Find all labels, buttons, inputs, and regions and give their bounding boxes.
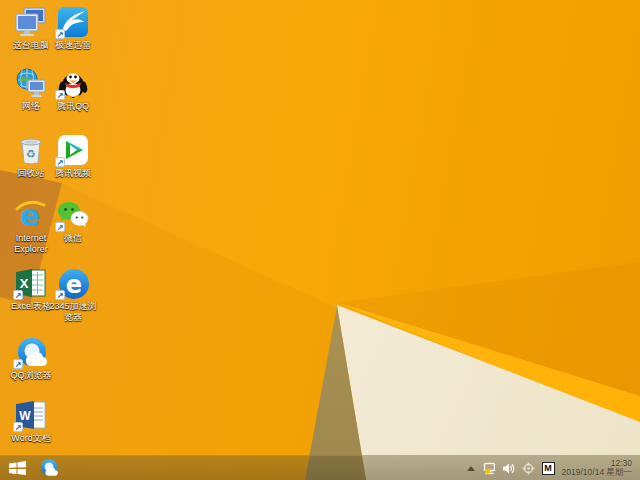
icon-label: 腾讯QQ: [43, 101, 103, 112]
desktop-icon-thunder-speed[interactable]: ↗ 极速迅雷: [43, 6, 103, 51]
thunder-bird-icon: ↗: [57, 6, 89, 38]
icon-label: Word文档: [1, 433, 61, 444]
qq-browser-icon: ↗: [15, 336, 47, 368]
word-icon: W ↗: [15, 399, 47, 431]
taskbar: ✱ M 12:30 2019/10/14: [0, 455, 640, 480]
chevron-up-icon: [467, 466, 475, 471]
show-hidden-icons-button[interactable]: [467, 466, 475, 471]
safety-target-icon[interactable]: [522, 462, 535, 475]
svg-text:♻: ♻: [26, 148, 36, 160]
tencent-video-icon: ↗: [57, 134, 89, 166]
icon-label: 微信: [43, 233, 103, 244]
shortcut-arrow-icon: ↗: [55, 90, 65, 100]
ime-label: M: [542, 462, 555, 475]
taskbar-qq-browser-button[interactable]: [34, 456, 64, 480]
icon-label: 极速迅雷: [43, 40, 103, 51]
shortcut-arrow-icon: ↗: [13, 359, 23, 369]
desktop-icon-tencent-video[interactable]: ↗ 腾讯视频: [43, 134, 103, 179]
svg-text:✱: ✱: [484, 467, 491, 475]
volume-icon[interactable]: [502, 462, 515, 475]
shortcut-arrow-icon: ↗: [55, 290, 65, 300]
clock-date: 2019/10/14 星期一: [562, 468, 632, 478]
shortcut-arrow-icon: ↗: [55, 29, 65, 39]
shortcut-arrow-icon: ↗: [55, 222, 65, 232]
shortcut-arrow-icon: ↗: [55, 157, 65, 167]
ime-indicator[interactable]: M: [542, 462, 555, 475]
2345-browser-icon: e ↗: [57, 267, 89, 299]
shortcut-arrow-icon: ↗: [13, 422, 23, 432]
system-tray: ✱ M 12:30 2019/10/14: [467, 459, 640, 478]
taskbar-clock[interactable]: 12:30 2019/10/14 星期一: [562, 459, 632, 478]
qq-browser-taskbar-icon: [39, 458, 59, 478]
desktop-icon-wechat[interactable]: ↗ 微信: [43, 199, 103, 244]
icon-label: QQ浏览器: [1, 370, 61, 381]
wechat-icon: ↗: [57, 199, 89, 231]
desktop-icon-2345-browser[interactable]: e ↗ 2345加速浏览器: [43, 267, 103, 323]
qq-penguin-icon: ↗: [57, 67, 89, 99]
svg-text:X: X: [20, 276, 29, 291]
desktop-icon-qq-browser[interactable]: ↗ QQ浏览器: [1, 336, 61, 381]
start-button[interactable]: [0, 456, 34, 480]
icon-label: 2345加速浏览器: [46, 301, 100, 323]
desktop-icon-tencent-qq[interactable]: ↗ 腾讯QQ: [43, 67, 103, 112]
svg-text:W: W: [19, 409, 31, 423]
windows-logo-icon: [9, 461, 26, 475]
network-status-icon[interactable]: ✱: [482, 462, 495, 475]
desktop: 这台电脑 网络 ♻ 回收站: [0, 0, 640, 480]
svg-text:e: e: [66, 271, 82, 299]
icon-label: 腾讯视频: [43, 168, 103, 179]
desktop-icon-word[interactable]: W ↗ Word文档: [1, 399, 61, 444]
shortcut-arrow-icon: ↗: [13, 290, 23, 300]
